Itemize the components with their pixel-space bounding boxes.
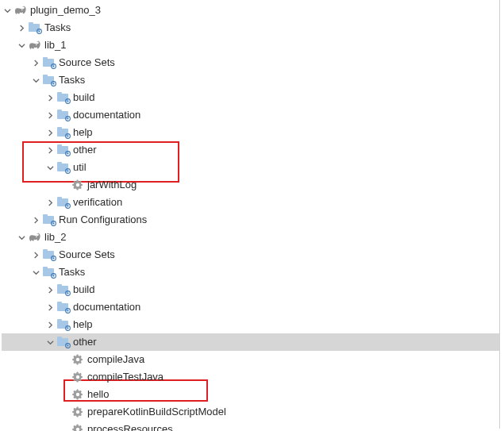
tree-row-lib_1[interactable]: lib_1 [2,37,499,54]
chevron-right-icon[interactable] [16,22,27,33]
tree-row-help[interactable]: help [2,124,499,141]
chevron-down-icon[interactable] [2,5,13,16]
task-group-folder-icon [57,283,70,296]
tasks-folder-icon [43,266,56,279]
gear-icon [71,353,84,366]
tree-label: documentation [73,298,145,316]
tree-row-processResources[interactable]: · processResources [2,421,499,431]
gradle-icon [14,4,27,17]
task-group-folder-icon [57,109,70,121]
svg-point-9 [67,118,69,120]
tree-row-plugin_demo_3[interactable]: plugin_demo_3 [2,2,499,19]
svg-point-7 [67,101,69,102]
tree-row-tasks[interactable]: Tasks [2,19,499,37]
tree-row-lib_2[interactable]: lib_2 [2,229,499,246]
tree-row-other[interactable]: other [2,141,499,159]
gear-icon [71,371,84,383]
tree-row-tasks[interactable]: Tasks [2,264,499,281]
tree-label: Tasks [59,264,90,281]
task-group-folder-icon [57,301,70,314]
tree-label: verification [73,194,127,211]
chevron-right-icon[interactable] [44,110,56,121]
svg-point-25 [67,293,69,294]
chevron-right-icon[interactable] [30,57,41,68]
tree-label: build [73,281,99,298]
svg-point-11 [67,136,69,137]
svg-point-19 [53,223,55,225]
tree-row-documentation[interactable]: documentation [2,106,499,124]
tree-row-run-configurations[interactable]: Run Configurations [2,211,499,229]
tree-row-help[interactable]: help [2,316,499,333]
chevron-right-icon[interactable] [44,284,56,295]
gear-icon [71,406,84,418]
chevron-right-icon[interactable] [30,214,41,225]
task-group-folder-icon [57,144,70,156]
tree-label: Source Sets [59,246,120,264]
project-tree: plugin_demo_3 Tasks lib_1 Source Sets [0,0,500,429]
svg-point-21 [53,258,55,260]
task-group-folder-icon [57,126,70,139]
tree-label: prepareKotlinBuildScriptModel [87,403,231,421]
tree-row-source-sets[interactable]: Source Sets [2,246,499,264]
gradle-icon [29,231,41,244]
tree-row-compileJava[interactable]: · compileJava [2,351,499,368]
chevron-down-icon[interactable] [44,162,56,173]
tree-label: compileJava [87,351,149,368]
tree-row-prepareKotlinBuildScriptModel[interactable]: · prepareKotlinBuildScriptModel [2,403,499,421]
chevron-right-icon[interactable] [44,197,56,208]
gear-icon [71,423,84,431]
tree-row-tasks[interactable]: Tasks [2,71,499,89]
run-config-folder-icon [43,214,56,226]
tree-row-build[interactable]: build [2,89,499,106]
tree-row-compileTestJava[interactable]: · compileTestJava [2,368,499,386]
task-group-folder-icon [57,91,70,104]
chevron-right-icon[interactable] [44,302,56,313]
source-sets-folder-icon [43,248,56,261]
chevron-right-icon[interactable] [44,92,56,103]
tasks-folder-icon [43,74,56,87]
svg-point-13 [67,153,69,155]
tree-row-other[interactable]: other [2,333,499,351]
task-group-folder-icon [57,318,70,331]
source-sets-folder-icon [43,56,56,69]
tree-label: hello [87,386,113,403]
task-group-folder-icon [57,196,70,209]
chevron-right-icon[interactable] [44,319,56,330]
chevron-down-icon[interactable] [16,232,27,243]
svg-point-23 [53,275,55,277]
svg-point-29 [67,328,69,329]
chevron-down-icon[interactable] [30,267,41,278]
tree-label: Run Configurations [59,211,152,229]
chevron-right-icon[interactable] [44,127,56,138]
chevron-right-icon[interactable] [30,249,41,260]
tree-row-source-sets[interactable]: Source Sets [2,54,499,71]
tree-label: documentation [73,106,145,124]
chevron-down-icon[interactable] [16,40,27,51]
chevron-right-icon[interactable] [44,144,56,156]
tree-row-util[interactable]: util [2,159,499,176]
tree-row-jarWithLog[interactable]: · jarWithLog [2,176,499,194]
tree-label: Source Sets [59,54,120,71]
tasks-folder-icon [29,21,41,34]
tree-label: help [73,124,98,141]
tree-label: other [73,333,102,351]
gradle-icon [29,39,41,52]
svg-point-1 [39,31,40,33]
tree-row-verification[interactable]: verification [2,194,499,211]
task-group-folder-icon [57,161,70,174]
tree-row-documentation[interactable]: documentation [2,298,499,316]
svg-point-5 [53,83,55,85]
tree-row-hello[interactable]: · hello [2,386,499,403]
tree-label: processResources [87,421,178,431]
gear-icon [71,179,84,191]
gear-icon [71,388,84,401]
svg-point-3 [53,66,55,67]
tree-label: plugin_demo_3 [30,2,106,19]
chevron-down-icon[interactable] [30,75,41,86]
chevron-down-icon[interactable] [44,337,56,348]
tree-label: jarWithLog [87,176,141,194]
svg-point-17 [67,206,69,207]
tree-label: compileTestJava [87,368,168,386]
tree-label: Tasks [44,19,75,37]
tree-row-build[interactable]: build [2,281,499,298]
